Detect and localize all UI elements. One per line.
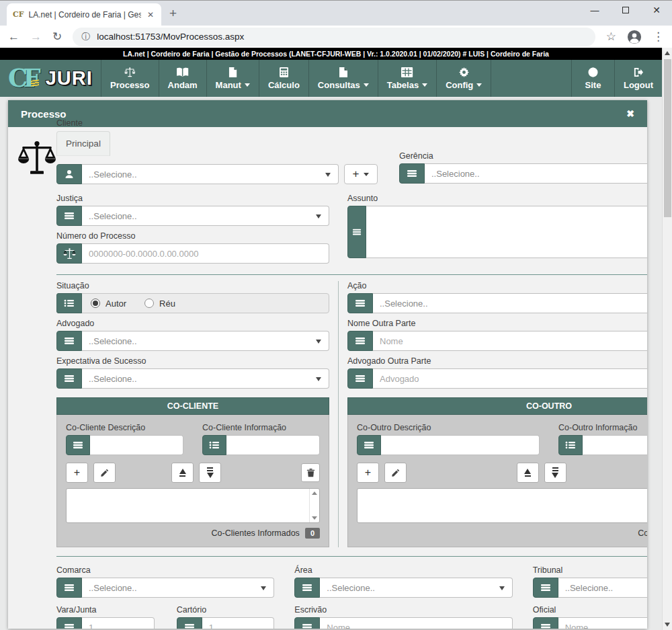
numero-processo-input[interactable] xyxy=(82,243,329,264)
co-cliente-informacao-input[interactable] xyxy=(226,435,320,455)
menu-icon-button[interactable] xyxy=(399,163,425,184)
menu-icon-button[interactable] xyxy=(56,617,82,629)
co-cliente-list[interactable] xyxy=(66,488,320,523)
menu-icon-button[interactable] xyxy=(533,617,558,629)
nav-item-andam[interactable]: Andam xyxy=(159,60,206,97)
co-cliente-move-bottom-button[interactable] xyxy=(199,463,221,483)
assunto-textarea[interactable] xyxy=(366,206,647,258)
browser-profile-avatar[interactable] xyxy=(627,30,642,44)
field-co-outro-descricao: Co-Outro Descrição xyxy=(357,423,540,455)
tribunal-select[interactable]: ..Selecione.. xyxy=(558,578,647,598)
list-scrollbar[interactable] xyxy=(309,489,319,522)
chevron-down-icon xyxy=(499,586,505,590)
menu-icon-button[interactable] xyxy=(56,206,82,226)
co-cliente-edit-button[interactable] xyxy=(93,463,116,483)
co-outro-count-label: Co-Outros Informados xyxy=(638,528,647,538)
comarca-select[interactable]: ..Selecione.. xyxy=(82,578,274,598)
reload-icon[interactable]: ↻ xyxy=(52,31,62,42)
co-outro-list[interactable] xyxy=(357,488,647,523)
cartorio-input[interactable] xyxy=(202,617,275,629)
list-icon-button[interactable] xyxy=(56,293,82,313)
app-logo[interactable]: CF JURI xyxy=(0,60,101,97)
menu-icon-button[interactable] xyxy=(347,331,373,351)
menu-icon-button[interactable] xyxy=(357,435,381,455)
radio-unselected-icon xyxy=(144,299,154,308)
co-outro-move-top-button[interactable] xyxy=(517,463,539,483)
justica-select[interactable]: ..Selecione.. xyxy=(82,206,329,226)
nav-item-manut[interactable]: Manut xyxy=(206,60,259,97)
radio-reu[interactable]: Réu xyxy=(144,299,175,309)
co-cliente-delete-button[interactable] xyxy=(301,463,320,482)
menu-icon-button[interactable] xyxy=(56,368,82,389)
nav-item-config[interactable]: Config xyxy=(436,60,491,97)
co-outro-add-button[interactable]: + xyxy=(357,463,379,483)
co-outro-edit-button[interactable] xyxy=(384,463,407,483)
advogado-select[interactable]: ..Selecione.. xyxy=(82,331,329,351)
co-cliente-descricao-input[interactable] xyxy=(90,435,183,455)
radio-autor[interactable]: Autor xyxy=(91,299,126,309)
scroll-down-icon[interactable] xyxy=(312,516,317,520)
close-window-button[interactable]: ✕ xyxy=(641,1,672,19)
hamburger-icon xyxy=(355,298,366,309)
menu-icon-button[interactable] xyxy=(533,578,558,598)
co-cliente-add-button[interactable]: + xyxy=(66,463,88,483)
nav-item-processo[interactable]: Processo xyxy=(101,60,159,97)
forward-icon[interactable]: → xyxy=(30,31,42,42)
add-cliente-button[interactable]: + xyxy=(344,164,378,184)
scrollbar-thumb[interactable] xyxy=(664,59,671,217)
menu-icon-button[interactable] xyxy=(347,368,373,389)
page-scrollbar[interactable] xyxy=(662,48,672,630)
cliente-select[interactable]: ..Selecione.. xyxy=(82,164,339,184)
advogado-select-value: ..Selecione.. xyxy=(89,336,137,346)
browser-menu-icon[interactable]: ⋮ xyxy=(653,31,664,42)
nav-item-logout[interactable]: Logout xyxy=(614,60,662,97)
menu-icon-button[interactable] xyxy=(56,578,82,598)
menu-icon-button[interactable] xyxy=(66,435,90,455)
menu-icon-button[interactable] xyxy=(347,293,373,313)
back-icon[interactable]: ← xyxy=(8,31,19,42)
menu-icon-button[interactable] xyxy=(294,617,320,629)
menu-icon-button[interactable] xyxy=(56,331,82,351)
minimize-button[interactable]: — xyxy=(579,1,610,19)
nav-item-site[interactable]: Site xyxy=(571,60,614,97)
acao-select[interactable]: ..Selecione.. xyxy=(373,293,647,313)
field-comarca: Comarca ..Selecione.. xyxy=(56,565,274,598)
nav-item-consultas[interactable]: Consultas xyxy=(308,60,378,97)
field-advogado: Advogado ..Selecione.. xyxy=(56,319,329,351)
person-icon-button[interactable] xyxy=(56,164,82,184)
list-icon-button[interactable] xyxy=(558,435,583,455)
page-info-icon[interactable]: ⓘ xyxy=(81,31,90,43)
nome-outra-parte-input[interactable] xyxy=(373,331,647,351)
cliente-select-value: ..Selecione.. xyxy=(89,169,137,180)
maximize-button[interactable] xyxy=(610,1,641,19)
url-field[interactable]: ⓘ localhost:51753/MovProcessos.aspx xyxy=(73,28,595,46)
area-select[interactable]: ..Selecione.. xyxy=(320,578,512,598)
bookmark-star-icon[interactable]: ☆ xyxy=(606,31,616,42)
scroll-down-icon[interactable] xyxy=(665,623,670,627)
gerencia-select[interactable]: ..Selecione.. xyxy=(425,163,647,184)
nav-item-calculo[interactable]: Cálculo xyxy=(259,60,308,97)
nav-item-tabelas[interactable]: Tabelas xyxy=(378,60,436,97)
advogado-outra-parte-input[interactable] xyxy=(373,368,647,389)
tab-principal[interactable]: Principal xyxy=(56,131,110,156)
menu-icon-button[interactable] xyxy=(177,617,202,629)
oficial-input[interactable] xyxy=(558,617,647,629)
expectativa-select[interactable]: ..Selecione.. xyxy=(82,368,329,389)
browser-tab[interactable]: CF LA.net | Cordeiro de Faria | Gestã ✕ xyxy=(7,3,161,26)
escrivao-input[interactable] xyxy=(320,617,512,629)
scroll-up-icon[interactable] xyxy=(665,51,670,55)
co-outro-move-bottom-button[interactable] xyxy=(544,463,566,483)
menu-icon-button[interactable] xyxy=(294,578,320,598)
scales-icon-button[interactable] xyxy=(56,243,82,264)
panel-close-icon[interactable]: ✖ xyxy=(626,108,634,119)
list-icon-button[interactable] xyxy=(202,435,226,455)
co-outro-descricao-input[interactable] xyxy=(381,435,540,455)
co-cliente-move-top-button[interactable] xyxy=(171,463,194,483)
radio-label: Réu xyxy=(159,299,175,309)
tab-close-icon[interactable]: ✕ xyxy=(146,9,155,21)
vara-junta-input[interactable] xyxy=(82,617,155,629)
menu-icon-button[interactable] xyxy=(347,206,366,258)
co-outro-informacao-input[interactable] xyxy=(583,435,647,455)
new-tab-button[interactable]: + xyxy=(169,6,177,21)
scroll-up-icon[interactable] xyxy=(312,491,317,495)
